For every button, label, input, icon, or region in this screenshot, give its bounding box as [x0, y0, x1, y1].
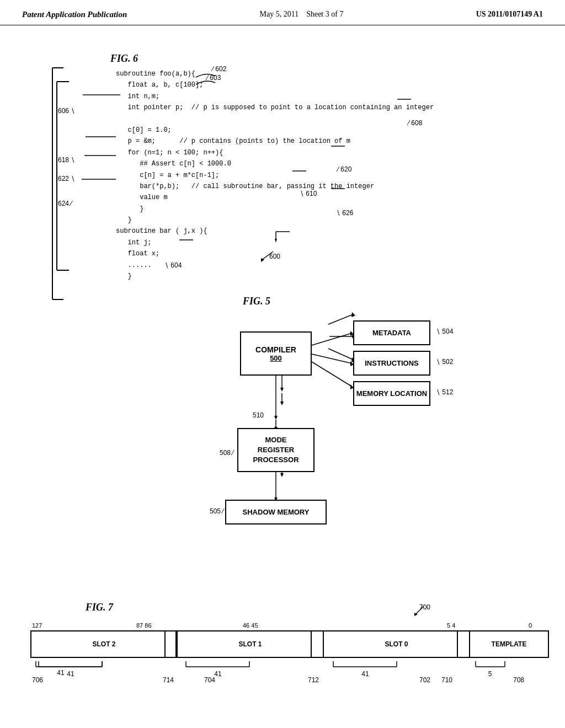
slot0-label: SLOT 0	[385, 640, 408, 648]
slot1-cell: SLOT 1	[178, 631, 324, 657]
main-content: FIG. 6 subroutine foo(a,b){ float a, b, …	[0, 25, 565, 720]
code-line-3: int n,m;	[116, 91, 434, 102]
slot2-cell: SLOT 2	[31, 631, 178, 657]
memory-location-box: MEMORY LOCATION	[353, 381, 430, 406]
ref-602: ∕ 602	[212, 65, 226, 73]
code-line-15: subroutine bar ( j,x ){	[116, 226, 434, 237]
slot1-label: SLOT 1	[238, 640, 262, 648]
bit-label-127: 127	[32, 622, 42, 629]
fig7-title: FIG. 7	[86, 602, 113, 613]
mode-label: MODEREGISTERPROCESSOR	[253, 436, 299, 464]
svg-marker-41	[274, 416, 278, 420]
shadow-memory-box: SHADOW MEMORY	[225, 500, 327, 524]
code-line-19: }	[116, 271, 434, 282]
header-patent-num: US 2011/0107149 A1	[476, 10, 543, 19]
ref-510: 510	[253, 411, 264, 419]
code-line-7: p = &m; // p contains (points to) the lo…	[116, 136, 434, 147]
bit-label-0: 0	[529, 622, 532, 629]
bit-label-54: 5 4	[447, 622, 455, 629]
ref-508: 508 ∕	[220, 449, 233, 457]
ref-606: 606 ∖	[58, 107, 75, 115]
bit-label-4645: 46 45	[243, 622, 258, 629]
code-line-10: c[n] = a + m*c[n-1];	[116, 170, 434, 181]
compiler-num: 500	[270, 354, 282, 362]
code-line-5	[116, 114, 434, 125]
instructions-label: INSTRUCTIONS	[365, 359, 419, 367]
svg-line-38	[312, 362, 352, 387]
slot0-cell: SLOT 0	[324, 631, 470, 657]
ref700-arrow	[413, 603, 429, 620]
instructions-box: INSTRUCTIONS	[353, 351, 430, 376]
svg-text:5: 5	[488, 670, 492, 678]
ref-624: 624 ∕	[58, 200, 72, 207]
template-label: TEMPLATE	[492, 640, 527, 648]
ref-504: ∖ 504	[436, 328, 453, 335]
header-date-sheet: May 5, 2011 Sheet 3 of 7	[260, 10, 344, 19]
ref-622: 622 ∖	[58, 175, 75, 183]
metadata-box: METADATA	[353, 320, 430, 345]
header-publication: Patent Application Publication	[22, 10, 127, 19]
code-line-16: int j;	[116, 237, 434, 248]
ref-608: ∕ 608	[408, 119, 422, 127]
code-line-1: subroutine foo(a,b){	[116, 68, 434, 79]
ref-618: 618 ∖	[58, 156, 75, 164]
code-line-9: ## Assert c[n] < 1000.0	[116, 158, 434, 169]
mode-register-box: MODEREGISTERPROCESSOR	[237, 428, 315, 472]
svg-line-34	[312, 333, 352, 345]
fig5-title: FIG. 5	[243, 296, 270, 307]
svg-line-32	[262, 251, 273, 260]
template-cell: TEMPLATE	[470, 631, 548, 657]
metadata-label: METADATA	[372, 329, 411, 337]
svg-line-36	[312, 354, 352, 363]
ref-626: ∖ 626	[336, 209, 353, 217]
ref-603: ∕ 603	[207, 74, 221, 82]
compiler-label: COMPILER	[255, 345, 296, 354]
page-header: Patent Application Publication May 5, 20…	[0, 0, 565, 25]
svg-text:41: 41	[67, 670, 74, 678]
code-line-6: c[0] = 1.0;	[116, 125, 434, 136]
bottom-brackets: 41 41 41 5	[0, 659, 565, 692]
code-line-8: for (n=1; n < 100; n++){	[116, 147, 434, 158]
shadow-label: SHADOW MEMORY	[243, 508, 310, 516]
code-line-13: }	[116, 204, 434, 215]
code-line-14: }	[116, 215, 434, 226]
svg-text:41: 41	[361, 670, 369, 678]
slot2-label: SLOT 2	[92, 640, 115, 648]
bit-label-8786: 87 86	[136, 622, 152, 629]
code-line-4: int pointer p; // p is supposed to point…	[116, 102, 434, 113]
code-line-11: bar(*p,b); // call subroutine bar, passi…	[116, 181, 434, 192]
code-line-12: value m	[116, 192, 434, 203]
ref-604: ∖ 604	[164, 261, 182, 269]
ref-512: ∖ 512	[436, 388, 453, 396]
code-line-2: float a, b, c[100];	[116, 79, 434, 90]
slot-table: SLOT 2 SLOT 1 SLOT 0 TEMPLATE	[30, 630, 549, 658]
ref-620: ∕ 620	[338, 165, 351, 173]
compiler-box: COMPILER 500	[240, 331, 312, 376]
ref-505: 505 ∕	[210, 507, 223, 515]
ref600-arrow	[257, 249, 279, 271]
svg-line-47	[415, 606, 424, 614]
ref-502: ∖ 502	[436, 358, 453, 366]
svg-text:41: 41	[214, 670, 222, 678]
memory-label: MEMORY LOCATION	[356, 389, 427, 398]
ref-610: ∖ 610	[300, 190, 317, 197]
fig6-title: FIG. 6	[110, 53, 138, 65]
code-bracket-svg	[50, 65, 66, 302]
